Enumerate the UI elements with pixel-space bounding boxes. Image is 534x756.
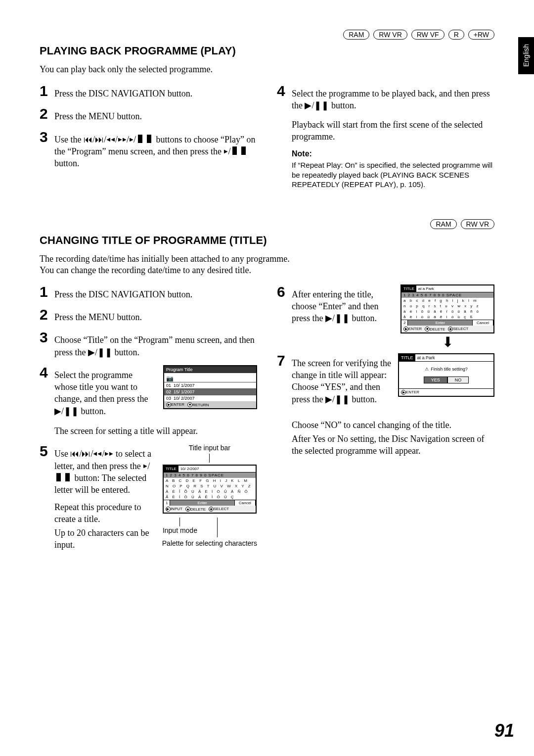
step-number: 1 xyxy=(40,284,50,299)
pointer-line xyxy=(209,454,210,463)
verify-title-label: TITLE xyxy=(399,354,415,361)
warning-icon: ⚠ xyxy=(425,367,429,372)
badge-r: R xyxy=(448,30,464,40)
s2-step3: 3 Choose “Title” on the “Program” menu s… xyxy=(40,330,257,358)
palette-row: a b c d e f g h i j k l m xyxy=(401,298,493,303)
palette-label: Palette for selecting characters xyxy=(162,539,257,547)
verify-no-button: NO xyxy=(447,377,469,383)
palette-title-label: TITLE xyxy=(164,466,178,472)
s1-step4: 4 Select the programme to be played back… xyxy=(277,84,494,112)
badge-rwvf: RW VF xyxy=(411,30,445,40)
program-row-selected: 02 15/ 1/2007 xyxy=(164,388,256,395)
screen-footer: ▶ENTER ■RETURN xyxy=(164,401,256,408)
palette-cancel: Cancel xyxy=(473,320,493,326)
program-row: 01 10/ 1/2007 xyxy=(164,382,256,388)
delete-icon: ■ xyxy=(425,327,430,331)
enter-icon: ▶ xyxy=(166,402,171,407)
step-number: 7 xyxy=(277,353,288,368)
section2-intro2: You can change the recording date/time t… xyxy=(40,265,494,276)
step-number: 3 xyxy=(40,130,50,144)
enter-icon: ▶ xyxy=(401,390,406,395)
step-text: Use ⏮/⏭/◀◀/▶▶ to select a letter, and th… xyxy=(54,444,154,496)
pointer-line xyxy=(217,518,218,537)
s2-step7-after1: Choose “NO” to cancel changing of the ti… xyxy=(292,419,494,431)
section1-intro: You can play back only the selected prog… xyxy=(40,64,494,75)
palette-row: 1 2 3 4 5 6 7 8 9 0 SPACE xyxy=(164,472,256,478)
palette-row: N O P Q R S T U V W X Y Z xyxy=(164,483,256,489)
s2-step1: 1 Press the DISC NAVIGATION button. xyxy=(40,284,257,300)
section2-title: CHANGING TITLE OF PROGRAMME (TITLE) xyxy=(40,234,494,247)
s2-step2: 2 Press the MENU button. xyxy=(40,307,257,323)
palette-row: n o p q r s t u v w x y z xyxy=(401,303,493,309)
palette-cancel: Cancel xyxy=(235,500,256,506)
step-text: Use the ⏮/⏭/◀◀/▶▶/▶/❚❚ buttons to choose… xyxy=(54,130,257,170)
step-text: Press the MENU button. xyxy=(54,106,142,122)
s2-step5-after1: Repeat this procedure to create a title. xyxy=(54,501,154,525)
step-number: 4 xyxy=(277,84,288,98)
select-icon: ◉ xyxy=(209,507,214,512)
verify-question: ⚠ Finish title setting? xyxy=(403,367,490,372)
step-number: 5 xyxy=(40,444,50,459)
palette-footer: ▶INPUT ■DELETE ◉SELECT xyxy=(164,506,256,513)
palette-row: å è í ò ú á ê ì ó ù ç ß xyxy=(401,314,493,320)
palette-mode: 2 xyxy=(401,320,408,326)
return-icon: ■ xyxy=(187,402,192,407)
verify-yes-button: YES xyxy=(424,377,447,383)
step-text: Select the programme to be played back, … xyxy=(292,84,494,112)
s1-step3: 3 Use the ⏮/⏭/◀◀/▶▶/▶/❚❚ buttons to choo… xyxy=(40,130,257,170)
palette-title-label: TITLE xyxy=(401,285,416,292)
screen-header: Program Title xyxy=(164,366,256,373)
s2-step5: 5 Use ⏮/⏭/◀◀/▶▶ to select a letter, and … xyxy=(40,444,154,496)
note-text: If “Repeat Play: On” is specified, the s… xyxy=(292,160,494,189)
badge-ram: RAM xyxy=(343,30,369,40)
step-text: Choose “Title” on the “Program” menu scr… xyxy=(54,330,257,358)
step-text: Press the MENU button. xyxy=(54,307,142,323)
section1-title: PLAYING BACK PROGRAMME (PLAY) xyxy=(40,45,494,57)
title-input-bar-label: Title input bar xyxy=(189,444,230,452)
input-mode-label: Input mode xyxy=(163,526,197,534)
palette-enter: Enter xyxy=(170,500,235,506)
palette-title-text: 10/ 2/2007 xyxy=(178,466,256,472)
palette-row: À É Î Õ Ü Â Ë Ï Ö Û Ä Ñ Ô xyxy=(164,489,256,494)
palette-row: Å È Í Ò Ú Á Ê Ì Ó Ù Ç xyxy=(164,494,256,500)
step-number: 3 xyxy=(40,330,50,345)
verify-screen: TITLE at a Park ⚠ Finish title setting? … xyxy=(398,353,494,397)
s1-step2: 2 Press the MENU button. xyxy=(40,106,257,122)
verify-title-text: at a Park xyxy=(415,354,493,361)
pointer-line xyxy=(179,518,180,526)
language-tab: English xyxy=(518,37,534,74)
palette-row: 1 2 3 4 5 6 7 8 9 0 SPACE xyxy=(401,292,493,298)
palette-footer: ▶ENTER ■DELETE ◉SELECT xyxy=(401,326,493,332)
camera-icon: 📷 xyxy=(164,373,256,382)
badge-rwvr: RW VR xyxy=(373,30,407,40)
palette-screen-lower: TITLE at a Park 1 2 3 4 5 6 7 8 9 0 SPAC… xyxy=(400,284,494,333)
s1-step1: 1 Press the DISC NAVIGATION button. xyxy=(40,84,257,99)
s2-step7-after2: After Yes or No setting, the Disc Naviga… xyxy=(292,433,494,457)
step-number: 2 xyxy=(40,106,50,121)
step-text: Press the DISC NAVIGATION button. xyxy=(54,84,192,99)
verify-footer: ▶ENTER xyxy=(399,388,493,396)
badge-ram: RAM xyxy=(430,219,456,229)
step-text: Press the DISC NAVIGATION button. xyxy=(54,284,192,300)
step-number: 4 xyxy=(40,365,50,380)
palette-mode: 1 xyxy=(164,500,170,506)
step-text: The screen for verifying the change in t… xyxy=(292,353,392,405)
delete-icon: ■ xyxy=(185,507,190,512)
step-number: 2 xyxy=(40,307,50,322)
program-row: 03 10/ 2/2007 xyxy=(164,395,256,401)
palette-title-text: at a Park xyxy=(416,285,493,292)
note-heading: Note: xyxy=(292,149,494,158)
step-number: 1 xyxy=(40,84,50,98)
badge-plusrw: +RW xyxy=(468,30,494,40)
down-arrow-icon: ⬇ xyxy=(400,335,494,349)
program-title-screen: Program Title 📷 01 10/ 1/2007 02 15/ 1/2… xyxy=(163,365,257,409)
s2-step6: 6 After entering the title, choose “Ente… xyxy=(277,284,395,325)
s2-step5-after2: Up to 20 characters can be input. xyxy=(54,527,154,551)
palette-row: A B C D E F G H I J K L M xyxy=(164,478,256,483)
s2-step4: 4 Select the programme whose title you w… xyxy=(40,365,155,417)
badge-rwvr: RW VR xyxy=(461,219,494,229)
enter-icon: ▶ xyxy=(403,327,408,331)
s2-step4-after: The screen for setting a title will appe… xyxy=(54,425,257,437)
select-icon: ◉ xyxy=(448,327,453,331)
page-number: 91 xyxy=(494,720,514,741)
